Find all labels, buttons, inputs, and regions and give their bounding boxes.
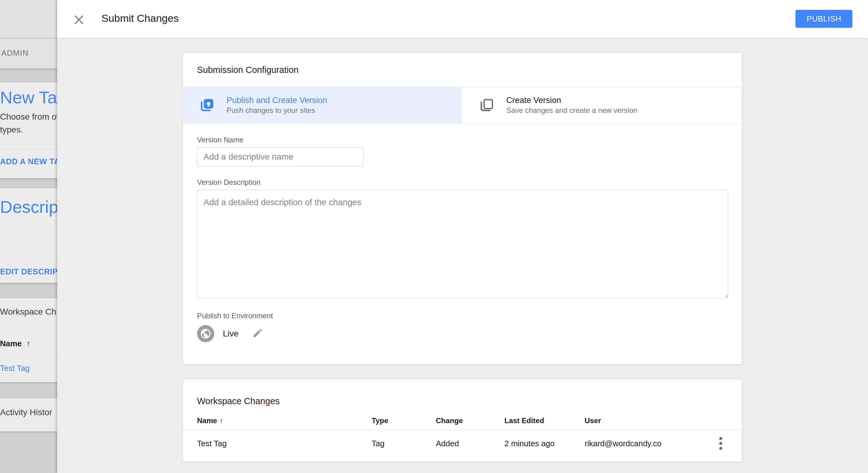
submission-type-options: Publish and Create Version Push changes … [183,87,742,123]
admin-label: ADMIN [1,48,29,58]
publish-button[interactable]: PUBLISH [796,10,852,28]
new-tag-desc-line2: types. [0,125,23,135]
background-workspace-changes-card: Workspace Ch Name ↑ Test Tag [0,298,57,382]
version-description-textarea[interactable] [197,190,728,298]
background-topbar [0,0,57,38]
create-version-icon [479,98,494,113]
new-tag-title: New Tag [0,87,57,107]
table-row: Test Tag Tag Added 2 minutes ago rikard@… [183,430,742,457]
add-new-tag-button[interactable]: ADD A NEW TAG [0,157,57,167]
edit-environment-icon[interactable] [252,328,264,340]
option-text: Publish and Create Version Push changes … [226,95,327,115]
test-tag-link[interactable]: Test Tag [0,363,30,373]
change-type: Tag [372,439,436,448]
background-description-card: Descripti EDIT DESCRIPTI [0,188,57,283]
publish-to-environment-label: Publish to Environment [197,312,727,320]
divider [0,260,57,260]
background-activity-history-card: Activity Histor [0,398,57,432]
close-icon[interactable] [73,14,85,25]
column-header-last-edited: Last Edited [504,416,585,425]
divider [0,149,57,150]
workspace-changes-card: Workspace Changes Name↑ Type Change Last… [183,379,742,462]
change-name-link[interactable]: Test Tag [197,439,372,448]
edit-description-button[interactable]: EDIT DESCRIPTI [0,267,57,276]
divider [0,357,57,357]
dialog-header: Submit Changes PUBLISH [57,0,868,38]
background-new-tag-card: New Tag Choose from ov types. ADD A NEW … [0,82,57,178]
option-title: Create Version [506,95,638,106]
card-title-row: Submission Configuration [183,53,742,87]
option-text: Create Version Save changes and create a… [506,95,638,115]
globe-icon [197,325,214,342]
submit-changes-dialog: Submit Changes PUBLISH Submission Config… [57,0,868,473]
submission-configuration-title: Submission Configuration [197,65,299,75]
column-header-change: Change [436,416,504,425]
sort-ascending-icon: ↑ [26,339,30,348]
workspace-changes-title: Workspace Ch [0,307,56,317]
version-name-input[interactable] [197,147,364,167]
description-title: Descripti [0,197,57,217]
dialog-body: Submission Configuration Publish and [57,38,868,473]
option-create-version[interactable]: Create Version Save changes and create a… [463,87,742,123]
background-admin-band: ADMIN [0,38,57,68]
change-kind: Added [436,439,504,448]
environment-name: Live [223,329,239,338]
option-subtitle: Push changes to your sites [226,106,327,115]
column-header-type: Type [372,416,436,425]
change-user: rikard@wordcandy.co [585,439,709,448]
new-tag-desc-line1: Choose from ov [0,112,57,122]
activity-history-title: Activity Histor [0,408,52,417]
name-column-header[interactable]: Name ↑ [0,339,30,349]
column-header-user: User [585,416,709,425]
option-publish-and-create-version[interactable]: Publish and Create Version Push changes … [183,87,461,123]
column-header-name[interactable]: Name↑ [197,416,372,425]
submission-configuration-card: Submission Configuration Publish and [183,53,742,364]
option-subtitle: Save changes and create a new version [506,106,638,115]
option-title: Publish and Create Version [226,95,327,106]
dialog-title: Submit Changes [101,12,179,24]
changes-table-header: Name↑ Type Change Last Edited User [183,411,742,430]
card-title-row: Workspace Changes [183,379,742,411]
sort-ascending-icon: ↑ [219,416,223,425]
row-overflow-menu-icon[interactable] [714,435,727,452]
version-name-label: Version Name [197,136,727,144]
submission-form: Version Name Version Description Publish… [183,123,742,342]
workspace-changes-title: Workspace Changes [197,396,280,406]
screen: ADMIN New Tag Choose from ov types. ADD … [0,0,868,473]
background-page-strip: ADMIN New Tag Choose from ov types. ADD … [0,0,57,473]
environment-row: Live [197,325,727,342]
change-last-edited: 2 minutes ago [504,439,585,448]
publish-icon [199,98,214,113]
version-description-label: Version Description [197,178,727,187]
